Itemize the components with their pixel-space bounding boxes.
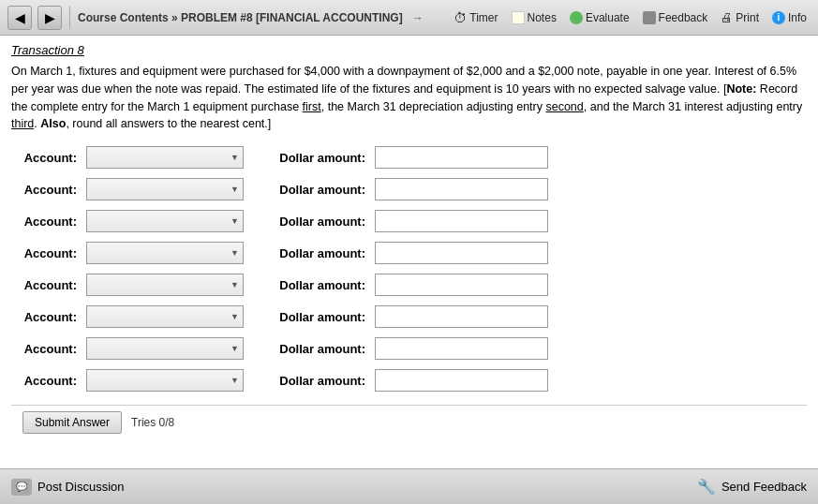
account-select-1[interactable] — [86, 146, 244, 169]
table-row: Account: Dollar amount: — [11, 210, 807, 232]
form-area: Account: Dollar amount: Account: Dollar … — [11, 146, 807, 392]
account-label-3: Account: — [11, 215, 77, 229]
account-select-wrapper-8 — [86, 369, 244, 392]
third-text: third — [11, 117, 34, 130]
back-button[interactable]: ◀ — [7, 6, 32, 30]
account-select-4[interactable] — [86, 242, 244, 264]
timer-icon: ⏱ — [454, 10, 467, 25]
dollar-input-1[interactable] — [375, 146, 548, 169]
table-row: Account: Dollar amount: — [11, 178, 807, 200]
account-select-7[interactable] — [86, 337, 244, 360]
send-feedback-icon: 🔧 — [697, 478, 716, 496]
first-text: first — [303, 100, 321, 113]
note-bold: Note: — [726, 82, 756, 96]
breadcrumb-arrow: → — [412, 11, 424, 24]
account-select-8[interactable] — [86, 369, 244, 392]
account-select-wrapper-2 — [86, 178, 244, 200]
feedback-icon — [643, 11, 656, 24]
account-select-2[interactable] — [86, 178, 244, 200]
dollar-label-4: Dollar amount: — [272, 246, 365, 260]
info-item[interactable]: i Info — [768, 9, 811, 26]
forward-button[interactable]: ▶ — [37, 6, 62, 30]
table-row: Account: Dollar amount: — [11, 274, 807, 296]
chat-icon: 💬 — [11, 479, 32, 496]
account-select-wrapper-1 — [86, 146, 244, 169]
dollar-label-8: Dollar amount: — [272, 374, 365, 388]
dollar-input-4[interactable] — [375, 242, 548, 264]
breadcrumb: Course Contents » PROBLEM #8 [FINANCIAL … — [78, 11, 403, 24]
account-select-6[interactable] — [86, 305, 244, 328]
account-label-6: Account: — [11, 310, 77, 324]
tries-label: Tries 0/8 — [131, 416, 174, 429]
timer-label: Timer — [469, 11, 498, 24]
submit-button[interactable]: Submit Answer — [22, 411, 122, 434]
account-label-4: Account: — [11, 246, 77, 260]
transaction-title: Transaction 8 — [11, 43, 807, 57]
timer-item[interactable]: ⏱ Timer — [450, 8, 501, 27]
notes-item[interactable]: Notes — [508, 9, 560, 26]
account-label-8: Account: — [11, 374, 77, 388]
second-text: second — [545, 100, 583, 113]
evaluate-label: Evaluate — [586, 11, 630, 24]
send-feedback-item[interactable]: 🔧 Send Feedback — [697, 478, 807, 496]
dollar-label-6: Dollar amount: — [272, 310, 365, 324]
notes-label: Notes — [528, 11, 557, 24]
footer-bar: 💬 Post Discussion 🔧 Send Feedback — [0, 468, 818, 504]
table-row: Account: Dollar amount: — [11, 242, 807, 264]
dollar-input-7[interactable] — [375, 337, 548, 360]
account-label-1: Account: — [11, 151, 77, 165]
submit-bar: Submit Answer Tries 0/8 — [11, 405, 807, 439]
dollar-input-2[interactable] — [375, 178, 548, 200]
dollar-label-5: Dollar amount: — [272, 278, 365, 292]
post-discussion-item[interactable]: 💬 Post Discussion — [11, 479, 124, 496]
dollar-input-5[interactable] — [375, 274, 548, 296]
table-row: Account: Dollar amount: — [11, 369, 807, 392]
desc-part1: On March 1, fixtures and equipment were … — [11, 65, 802, 130]
main-content: Transaction 8 On March 1, fixtures and e… — [0, 36, 818, 447]
account-label-7: Account: — [11, 342, 77, 356]
notes-icon — [512, 11, 525, 24]
print-icon: 🖨 — [721, 10, 733, 24]
account-label-5: Account: — [11, 278, 77, 292]
also-bold: Also — [40, 117, 66, 130]
account-select-3[interactable] — [86, 210, 244, 232]
dollar-label-1: Dollar amount: — [272, 151, 365, 165]
account-select-wrapper-4 — [86, 242, 244, 264]
dollar-input-3[interactable] — [375, 210, 548, 232]
feedback-item[interactable]: Feedback — [639, 9, 712, 26]
table-row: Account: Dollar amount: — [11, 305, 807, 328]
evaluate-item[interactable]: Evaluate — [566, 9, 633, 26]
info-icon: i — [772, 11, 785, 24]
info-label: Info — [788, 11, 807, 24]
dollar-input-6[interactable] — [375, 305, 548, 328]
table-row: Account: Dollar amount: — [11, 146, 807, 169]
account-select-5[interactable] — [86, 274, 244, 296]
separator — [69, 7, 70, 29]
print-label: Print — [736, 11, 759, 24]
description-text: On March 1, fixtures and equipment were … — [11, 63, 807, 133]
feedback-label: Feedback — [659, 11, 708, 24]
dollar-input-8[interactable] — [375, 369, 548, 392]
dollar-label-7: Dollar amount: — [272, 342, 365, 356]
send-feedback-label: Send Feedback — [721, 480, 807, 494]
evaluate-icon — [570, 11, 583, 24]
account-select-wrapper-7 — [86, 337, 244, 360]
print-item[interactable]: 🖨 Print — [717, 8, 763, 26]
account-select-wrapper-3 — [86, 210, 244, 232]
account-select-wrapper-6 — [86, 305, 244, 328]
toolbar: ◀ ▶ Course Contents » PROBLEM #8 [FINANC… — [0, 0, 818, 36]
post-discussion-label: Post Discussion — [37, 480, 124, 494]
table-row: Account: Dollar amount: — [11, 337, 807, 360]
account-select-wrapper-5 — [86, 274, 244, 296]
dollar-label-2: Dollar amount: — [272, 183, 365, 197]
dollar-label-3: Dollar amount: — [272, 215, 365, 229]
account-label-2: Account: — [11, 183, 77, 197]
